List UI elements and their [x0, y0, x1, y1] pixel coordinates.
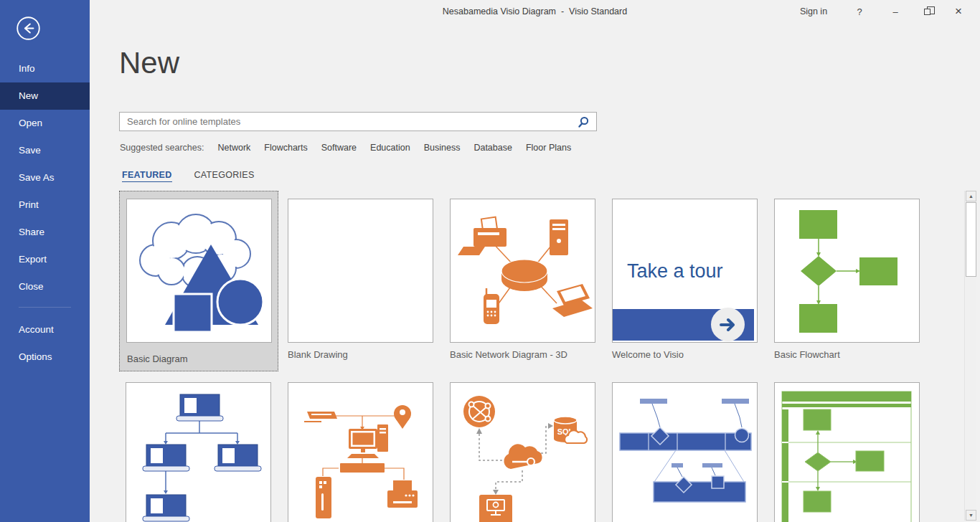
blank-drawing-thumbnail [288, 199, 433, 343]
flowchart-icon [775, 199, 920, 343]
template-card-row2-basic-network[interactable] [288, 382, 433, 522]
back-arrow-icon [15, 15, 42, 42]
template-search [119, 112, 597, 131]
close-icon[interactable]: × [943, 0, 974, 23]
vertical-scrollbar[interactable]: ▲ ▼ [964, 191, 976, 521]
suggested-term-business[interactable]: Business [424, 143, 461, 153]
network-3d-thumbnail [450, 199, 595, 343]
search-icon [577, 115, 590, 128]
flowchart-thumbnail [774, 199, 920, 343]
help-icon[interactable]: ? [845, 0, 874, 23]
template-card-basic-network-diagram-3d[interactable]: Basic Network Diagram - 3D [450, 199, 595, 360]
suggested-searches-label: Suggested searches: [120, 143, 204, 153]
restore-glyph [924, 9, 930, 15]
suggested-term-database[interactable]: Database [473, 143, 512, 153]
sidebar-item-info[interactable]: Info [0, 55, 90, 82]
template-card-basic-flowchart[interactable]: Basic Flowchart [774, 199, 920, 360]
sidebar-item-options[interactable]: Options [0, 343, 90, 371]
template-card-welcome-to-visio[interactable]: Take a tour Welcome to Visio [612, 199, 758, 360]
cloud-diagram-thumbnail: SQL [450, 382, 595, 522]
template-card-blank-drawing[interactable]: Blank Drawing [288, 199, 433, 360]
welcome-thumbnail: Take a tour [612, 199, 758, 343]
back-button[interactable] [15, 15, 42, 42]
basic-diagram-thumbnail [126, 199, 272, 343]
window-controls: Sign in ? – × [792, 0, 974, 23]
template-card-row2-computer-tree[interactable] [126, 382, 271, 522]
suggested-term-software[interactable]: Software [321, 143, 357, 153]
timeline-icon [613, 383, 758, 522]
tab-categories[interactable]: CATEGORIES [194, 170, 255, 182]
template-name: Basic Diagram [127, 353, 188, 364]
restore-icon[interactable] [911, 0, 943, 23]
computer-tree-thumbnail [126, 382, 271, 522]
template-name: Blank Drawing [288, 349, 433, 360]
template-card-basic-diagram[interactable]: Basic Diagram [119, 191, 278, 371]
cloud-diagram-icon: SQL [451, 383, 595, 522]
timeline-thumbnail [612, 382, 758, 522]
basic-network-icon [288, 383, 433, 522]
minimize-icon[interactable]: – [880, 0, 911, 23]
template-card-row2-timeline[interactable] [612, 382, 758, 522]
sidebar-divider [19, 307, 71, 308]
titlebar: Nesabamedia Visio Diagram - Visio Standa… [90, 0, 980, 23]
template-name: Welcome to Visio [612, 349, 758, 360]
sidebar-item-save[interactable]: Save [0, 137, 90, 164]
cross-functional-thumbnail [774, 382, 920, 522]
page-title: New [119, 46, 179, 80]
sidebar-item-print[interactable]: Print [0, 191, 90, 219]
template-tabs: FEATURED CATEGORIES [122, 170, 255, 182]
sidebar-item-save-as[interactable]: Save As [0, 164, 90, 191]
arrow-right-icon [719, 315, 738, 334]
sidebar-item-close[interactable]: Close [0, 273, 90, 300]
scroll-down-icon[interactable]: ▼ [966, 510, 976, 521]
suggested-searches: Suggested searches: Network Flowcharts S… [120, 143, 571, 153]
template-card-row2-cloud-diagram[interactable]: SQL [450, 382, 595, 522]
suggested-term-network[interactable]: Network [217, 143, 250, 153]
sidebar-item-new[interactable]: New [0, 82, 90, 110]
suggested-term-floor-plans[interactable]: Floor Plans [526, 143, 571, 153]
backstage-sidebar: Info New Open Save Save As Print Share E… [0, 0, 90, 522]
template-name: Basic Flowchart [774, 349, 920, 360]
tab-featured[interactable]: FEATURED [122, 170, 172, 182]
search-button[interactable] [573, 113, 593, 130]
suggested-term-flowcharts[interactable]: Flowcharts [264, 143, 307, 153]
template-name: Basic Network Diagram - 3D [450, 349, 595, 360]
sidebar-item-export[interactable]: Export [0, 246, 90, 273]
basic-network-thumbnail [288, 382, 433, 522]
sidebar-item-share[interactable]: Share [0, 219, 90, 246]
template-card-row2-cross-functional-flowchart[interactable] [774, 382, 920, 522]
take-a-tour-text: Take a tour [627, 260, 723, 283]
sidebar-item-open[interactable]: Open [0, 110, 90, 137]
scroll-up-icon[interactable]: ▲ [966, 191, 976, 201]
suggested-term-education[interactable]: Education [370, 143, 410, 153]
basic-shapes-icon [127, 199, 272, 343]
sidebar-item-account[interactable]: Account [0, 316, 90, 343]
scrollbar-thumb[interactable] [966, 202, 976, 277]
search-input[interactable] [120, 113, 573, 130]
computer-tree-icon [126, 383, 271, 522]
sign-in-button[interactable]: Sign in [792, 0, 835, 23]
tour-arrow-circle [711, 308, 745, 341]
cross-functional-icon [775, 383, 920, 522]
network-3d-icon [451, 199, 595, 343]
